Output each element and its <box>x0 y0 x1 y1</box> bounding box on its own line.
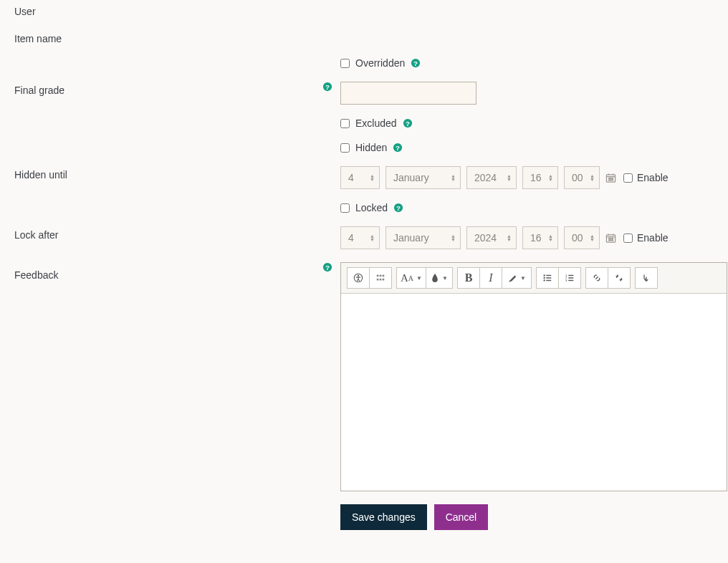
svg-text:?: ? <box>396 144 400 152</box>
grid-icon[interactable] <box>369 267 392 289</box>
overridden-checkbox[interactable] <box>340 59 350 68</box>
svg-rect-41 <box>546 277 551 278</box>
lock-after-label: Lock after <box>14 229 58 241</box>
hidden-until-label: Hidden until <box>14 169 67 181</box>
help-icon[interactable]: ? <box>393 143 403 153</box>
hidden-until-day-select[interactable]: 4 ▲▼ <box>340 166 380 189</box>
hidden-label: Hidden <box>355 142 387 153</box>
bullet-list-button[interactable] <box>536 267 559 289</box>
svg-text:?: ? <box>406 120 410 127</box>
svg-rect-34 <box>383 275 385 277</box>
hidden-until-enable-label: Enable <box>637 172 669 183</box>
help-icon[interactable]: ? <box>411 58 421 68</box>
excluded-checkbox[interactable] <box>340 119 350 128</box>
svg-text:3: 3 <box>565 279 567 282</box>
lock-after-month-select[interactable]: January ▲▼ <box>385 226 461 249</box>
sort-icon: ▲▼ <box>548 227 553 249</box>
svg-rect-47 <box>568 277 573 278</box>
brush-button[interactable]: ▼ <box>502 267 532 289</box>
text-color-button[interactable]: ▼ <box>426 267 453 289</box>
hidden-until-enable-checkbox[interactable] <box>623 173 633 183</box>
svg-rect-37 <box>383 279 385 281</box>
svg-rect-39 <box>546 275 551 276</box>
svg-text:?: ? <box>325 83 330 91</box>
user-label: User <box>14 6 36 17</box>
save-button[interactable]: Save changes <box>340 504 427 530</box>
svg-rect-36 <box>380 279 382 281</box>
svg-rect-35 <box>377 279 379 281</box>
sort-icon: ▲▼ <box>590 227 595 249</box>
sort-icon: ▲▼ <box>590 167 595 188</box>
locked-label: Locked <box>355 202 388 213</box>
overridden-label: Overridden <box>355 57 405 69</box>
svg-point-31 <box>358 275 359 276</box>
hidden-checkbox[interactable] <box>340 143 350 153</box>
editor-toolbar: AA▼ ▼ B I ▼ <box>341 263 727 294</box>
hidden-until-minute-select[interactable]: 00 ▲▼ <box>564 166 600 189</box>
svg-rect-32 <box>377 275 379 277</box>
cancel-button[interactable]: Cancel <box>434 504 489 530</box>
font-size-button[interactable]: AA▼ <box>396 267 426 289</box>
svg-rect-43 <box>546 280 551 281</box>
expand-down-button[interactable] <box>635 267 658 289</box>
help-icon[interactable]: ? <box>322 262 332 272</box>
hidden-until-year-select[interactable]: 2024 ▲▼ <box>466 166 517 189</box>
calendar-icon[interactable] <box>605 173 616 183</box>
lock-after-enable-checkbox[interactable] <box>623 234 633 243</box>
sort-icon: ▲▼ <box>451 227 456 249</box>
hidden-until-month-select[interactable]: January ▲▼ <box>385 166 461 189</box>
svg-rect-33 <box>380 275 382 277</box>
unlink-button[interactable] <box>608 267 631 289</box>
svg-text:?: ? <box>325 264 330 271</box>
sort-icon: ▲▼ <box>507 167 512 188</box>
svg-point-38 <box>543 274 545 276</box>
svg-rect-49 <box>568 280 573 281</box>
final-grade-label: Final grade <box>14 85 64 96</box>
accessibility-icon[interactable] <box>347 267 370 289</box>
sort-icon: ▲▼ <box>370 227 375 249</box>
help-icon[interactable]: ? <box>322 82 332 92</box>
feedback-textarea[interactable] <box>341 294 727 491</box>
lock-after-enable-label: Enable <box>637 232 669 244</box>
numbered-list-button[interactable]: 123 <box>558 267 581 289</box>
help-icon[interactable]: ? <box>403 118 413 128</box>
final-grade-input[interactable] <box>340 82 476 105</box>
sort-icon: ▲▼ <box>451 167 456 188</box>
locked-checkbox[interactable] <box>340 203 350 213</box>
link-button[interactable] <box>585 267 608 289</box>
excluded-label: Excluded <box>355 117 397 129</box>
help-icon[interactable]: ? <box>393 203 403 213</box>
sort-icon: ▲▼ <box>507 227 512 249</box>
lock-after-minute-select[interactable]: 00 ▲▼ <box>564 226 600 249</box>
lock-after-year-select[interactable]: 2024 ▲▼ <box>466 226 517 249</box>
svg-point-40 <box>543 277 545 279</box>
feedback-label: Feedback <box>14 269 58 281</box>
italic-button[interactable]: I <box>479 267 502 289</box>
svg-point-42 <box>543 279 545 281</box>
svg-text:?: ? <box>396 204 401 212</box>
sort-icon: ▲▼ <box>548 167 553 188</box>
item-name-label: Item name <box>14 33 62 44</box>
calendar-icon[interactable] <box>605 233 616 244</box>
svg-text:?: ? <box>413 59 418 67</box>
feedback-editor: AA▼ ▼ B I ▼ <box>340 262 727 491</box>
hidden-until-hour-select[interactable]: 16 ▲▼ <box>522 166 558 189</box>
svg-rect-45 <box>568 275 573 276</box>
lock-after-hour-select[interactable]: 16 ▲▼ <box>522 226 558 249</box>
lock-after-day-select[interactable]: 4 ▲▼ <box>340 226 380 249</box>
sort-icon: ▲▼ <box>370 167 375 188</box>
bold-button[interactable]: B <box>457 267 480 289</box>
